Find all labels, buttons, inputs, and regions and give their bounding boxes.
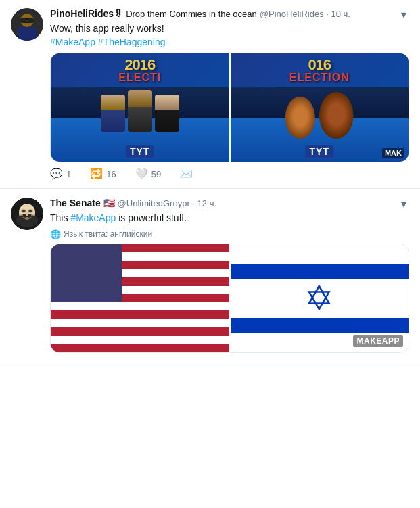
- dm-icon: ✉️: [180, 168, 193, 180]
- year-text-right: 016: [233, 57, 406, 72]
- avatar-1[interactable]: [11, 8, 43, 41]
- election-label-right: ELECTION: [233, 72, 406, 83]
- avatar-image-2: [11, 198, 43, 230]
- tyt-logo-right: TYT: [306, 145, 333, 158]
- tweet-1-username-part2: Drop them Commies in the ocean: [126, 9, 257, 19]
- person-2: [128, 90, 152, 132]
- person-3: [155, 95, 179, 132]
- tweet-1-actions: 💬 1 🔁 16 🤍 59 ✉️: [50, 168, 409, 180]
- tyt-logo-left: TYT: [126, 145, 154, 158]
- like-count: 59: [151, 169, 161, 179]
- tweet-2-images[interactable]: ✡ MAKEAPP: [50, 244, 409, 353]
- cockroach-2: [318, 90, 355, 139]
- svg-rect-4: [20, 18, 26, 23]
- dm-action[interactable]: ✉️: [180, 168, 193, 180]
- us-flag-canton: [51, 244, 122, 302]
- tweet-1-image-right[interactable]: 016 ELECTION TYT MAK: [231, 53, 409, 162]
- tweet-2-image-us-flag[interactable]: [51, 244, 229, 352]
- israel-stripe-top: [231, 264, 409, 279]
- tweet-2-content: The Senate 🇺🇸 @UnlimitedGroypr · 12 ч. ▾…: [50, 198, 409, 359]
- person-1: [101, 95, 125, 132]
- makeapp-watermark-israel: MAKEAPP: [353, 335, 403, 347]
- tweet-1-username[interactable]: PinoHeliRides🎖: [50, 8, 123, 19]
- svg-point-17: [31, 214, 35, 216]
- us-flag-visual: [51, 244, 229, 352]
- anchor-people: [51, 87, 229, 135]
- svg-point-16: [19, 214, 23, 216]
- election-label-left: ELECTI: [53, 72, 227, 83]
- retweet-action[interactable]: 🔁 16: [90, 168, 116, 180]
- tweet-2-header-left: The Senate 🇺🇸 @UnlimitedGroypr · 12 ч.: [50, 198, 398, 208]
- avatar-2[interactable]: [11, 198, 43, 230]
- globe-icon: 🌐: [50, 229, 61, 239]
- tweet-2-header: The Senate 🇺🇸 @UnlimitedGroypr · 12 ч. ▾: [50, 198, 409, 210]
- tweet-2: The Senate 🇺🇸 @UnlimitedGroypr · 12 ч. ▾…: [0, 189, 420, 367]
- tweet-1-dropdown[interactable]: ▾: [398, 8, 409, 21]
- tweet-1-image-left[interactable]: 2016 ELECTI TYT: [51, 53, 229, 162]
- avatar-image-1: [11, 8, 43, 41]
- cockroach-area: [231, 87, 409, 141]
- tweet-2-text: This #MakeApp is powerful stuff.: [50, 212, 409, 225]
- language-label: 🌐 Язык твита: английский: [50, 229, 409, 239]
- tweet-1-header-left: PinoHeliRides🎖 Drop them Commies in the …: [50, 8, 398, 19]
- tweet-2-username: The Senate 🇺🇸: [50, 198, 115, 208]
- tweet-2-hashtag[interactable]: #MakeApp: [70, 212, 116, 223]
- svg-point-12: [22, 210, 25, 212]
- tweet-1-text: Wow, this app really works! #MakeApp #Th…: [50, 22, 409, 49]
- svg-rect-6: [26, 20, 28, 22]
- reply-icon: 💬: [50, 168, 63, 180]
- retweet-icon: 🔁: [90, 168, 103, 180]
- tweet-2-image-israel-flag[interactable]: ✡ MAKEAPP: [231, 244, 409, 352]
- reply-action[interactable]: 💬 1: [50, 168, 71, 180]
- year-text-left: 2016: [53, 57, 227, 72]
- like-action[interactable]: 🤍 59: [135, 168, 161, 180]
- svg-point-15: [25, 217, 29, 220]
- tweet-2-dropdown[interactable]: ▾: [398, 198, 409, 210]
- tweet-1-hashtag1[interactable]: #MakeApp: [50, 37, 95, 47]
- cockroach-1: [284, 95, 317, 139]
- star-of-david-icon: ✡: [304, 281, 334, 316]
- tweet-1: PinoHeliRides🎖 Drop them Commies in the …: [0, 0, 420, 189]
- svg-rect-5: [28, 18, 34, 23]
- tweet-2-handle-time: @UnlimitedGroypr · 12 ч.: [118, 198, 216, 208]
- tweet-1-content: PinoHeliRides🎖 Drop them Commies in the …: [50, 8, 409, 180]
- reply-count: 1: [66, 169, 71, 179]
- flag-emoji: 🇺🇸: [103, 198, 115, 208]
- tweet-1-header: PinoHeliRides🎖 Drop them Commies in the …: [50, 8, 409, 21]
- svg-point-14: [26, 213, 28, 216]
- tweet-1-handle: @PinoHeliRides · 10 ч.: [260, 9, 350, 19]
- heart-icon: 🤍: [135, 168, 148, 180]
- svg-point-13: [29, 210, 32, 212]
- israel-stripe-bottom: [231, 318, 409, 333]
- makeapp-watermark-right: MAK: [382, 148, 404, 158]
- tweet-1-hashtag2[interactable]: #TheHaggening: [98, 37, 166, 47]
- retweet-count: 16: [106, 169, 116, 179]
- tweet-1-images[interactable]: 2016 ELECTI TYT 016 ELECTION: [50, 53, 409, 162]
- svg-rect-2: [18, 27, 37, 41]
